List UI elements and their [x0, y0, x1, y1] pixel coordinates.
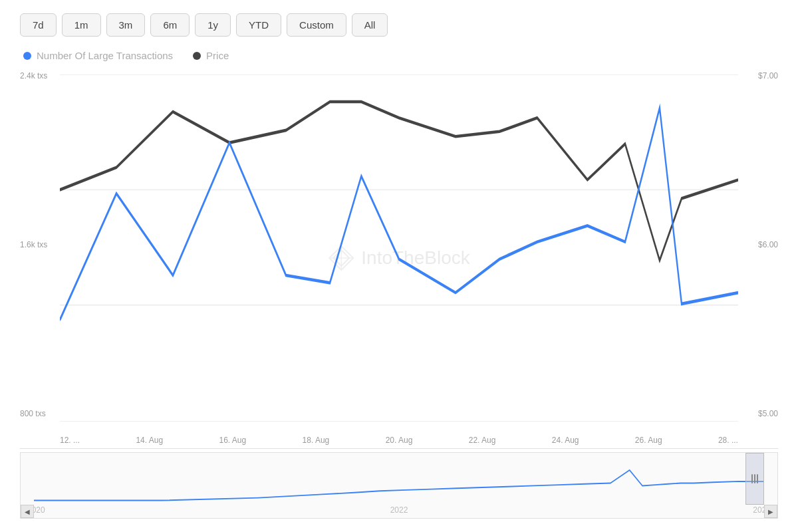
x-label-1: 14. Aug: [136, 436, 163, 445]
price-line: [60, 102, 738, 261]
chart-wrapper: 2.4k txs 1.6k txs 800 txs $7.00 $6.00 $5…: [20, 68, 778, 519]
transactions-line: [60, 108, 738, 320]
y-right-top: $7.00: [758, 71, 778, 80]
x-label-8: 28. ...: [718, 436, 738, 445]
x-label-2: 16. Aug: [219, 436, 246, 445]
mini-chart-labels: 2020 2022 2024: [27, 505, 771, 515]
legend-dot-price: [193, 52, 201, 60]
legend-price: Price: [193, 50, 229, 61]
y-axis-right: $7.00 $6.00 $5.00: [758, 68, 778, 422]
chart-legend: Number Of Large Transactions Price: [20, 50, 778, 61]
legend-label-price: Price: [206, 50, 229, 61]
legend-label-transactions: Number Of Large Transactions: [37, 50, 173, 61]
y-left-bot: 800 txs: [20, 409, 47, 418]
btn-all[interactable]: All: [352, 13, 388, 37]
x-label-0: 12. ...: [60, 436, 80, 445]
x-label-3: 18. Aug: [303, 436, 330, 445]
btn-7d[interactable]: 7d: [20, 13, 57, 37]
btn-3m[interactable]: 3m: [106, 13, 146, 37]
y-right-mid: $6.00: [758, 240, 778, 249]
scroll-left-button[interactable]: ◀: [21, 505, 34, 518]
mini-chart-svg: [34, 453, 764, 505]
y-axis-left: 2.4k txs 1.6k txs 800 txs: [20, 68, 47, 422]
handle-line-1: [751, 474, 753, 483]
btn-1y[interactable]: 1y: [195, 13, 231, 37]
legend-dot-transactions: [23, 52, 31, 60]
time-range-selector: 7d 1m 3m 6m 1y YTD Custom All: [20, 13, 778, 37]
handle-line-2: [754, 474, 755, 483]
main-container: 7d 1m 3m 6m 1y YTD Custom All Number Of …: [0, 0, 798, 532]
btn-custom[interactable]: Custom: [287, 13, 346, 37]
mini-label-2022: 2022: [390, 505, 408, 515]
scroll-handle[interactable]: [745, 453, 764, 505]
legend-transactions: Number Of Large Transactions: [23, 50, 173, 61]
scroll-right-button[interactable]: ▶: [764, 505, 777, 518]
btn-1m[interactable]: 1m: [62, 13, 101, 37]
y-right-bot: $5.00: [758, 409, 778, 418]
handle-line-3: [757, 474, 758, 483]
y-left-top: 2.4k txs: [20, 71, 47, 80]
y-left-mid: 1.6k txs: [20, 240, 47, 249]
main-chart[interactable]: 2.4k txs 1.6k txs 800 txs $7.00 $6.00 $5…: [20, 68, 778, 449]
x-label-7: 26. Aug: [635, 436, 662, 445]
chart-svg: [60, 74, 738, 422]
x-label-4: 20. Aug: [386, 436, 413, 445]
mini-chart[interactable]: 2020 2022 2024 ◀ ▶: [20, 452, 778, 519]
x-axis: 12. ... 14. Aug 16. Aug 18. Aug 20. Aug …: [60, 436, 738, 445]
btn-ytd[interactable]: YTD: [236, 13, 281, 37]
x-label-5: 22. Aug: [469, 436, 496, 445]
btn-6m[interactable]: 6m: [150, 13, 190, 37]
x-label-6: 24. Aug: [552, 436, 579, 445]
handle-lines: [751, 474, 758, 483]
